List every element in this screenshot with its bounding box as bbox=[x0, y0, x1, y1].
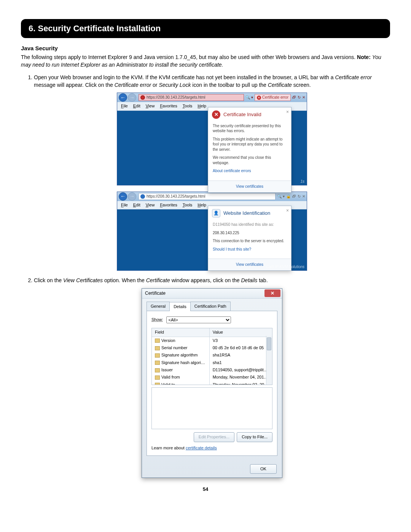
tabs-icon[interactable]: 🗗 bbox=[292, 95, 296, 100]
menu-tools[interactable]: Tools bbox=[183, 103, 193, 109]
step2-text-e: window appears, click on the bbox=[172, 277, 241, 283]
tabs-icon-2[interactable]: 🗗 bbox=[292, 194, 296, 199]
cert-buttons: Edit Properties... Copy to File... bbox=[151, 432, 272, 442]
close-icon-2[interactable]: ✕ bbox=[302, 194, 305, 199]
menu-file[interactable]: File bbox=[121, 103, 128, 109]
table-row[interactable]: Valid fromMonday, November 04, 2013 ... bbox=[152, 374, 272, 381]
show-select[interactable]: <All> bbox=[166, 316, 231, 323]
cert-invalid-flyout: × ✕ Certificate Invalid The security cer… bbox=[208, 107, 292, 193]
ok-button[interactable]: OK bbox=[250, 464, 277, 474]
table-row[interactable]: Serial number00 d5 2e 6d e0 18 d6 de 05 bbox=[152, 344, 272, 351]
flyout-p3-2: This connection to the server is encrypt… bbox=[213, 238, 287, 244]
note-body-2: to install the security certificate. bbox=[149, 62, 223, 68]
intro-paragraph: The following steps apply to Internet Ex… bbox=[21, 54, 390, 69]
menu-view[interactable]: View bbox=[146, 103, 155, 109]
show-row: Show: <All> bbox=[151, 316, 272, 323]
table-row[interactable]: Valid toThursday, November 02, 2023... bbox=[152, 381, 272, 385]
certificate-details-link[interactable]: certificate details bbox=[186, 446, 217, 450]
view-certificates-link[interactable]: View certificates bbox=[208, 181, 291, 192]
step1-text-g: icon in the toolbar to pull up the bbox=[192, 82, 268, 88]
about-cert-errors-link[interactable]: About certificate errors bbox=[213, 168, 287, 174]
flyout-header: ✕ Certificate Invalid bbox=[208, 107, 291, 122]
forward-button[interactable]: → bbox=[128, 93, 136, 102]
section-header: 6. Security Certificate Installation bbox=[21, 19, 390, 38]
back-button[interactable]: ← bbox=[119, 93, 127, 102]
flyout-header-2: 👤 Website Identification bbox=[208, 206, 291, 220]
menu-help-2[interactable]: Help bbox=[198, 202, 206, 208]
cert-detail-box bbox=[151, 387, 272, 429]
learn-more-prefix: Learn more about bbox=[151, 446, 186, 450]
table-row[interactable]: Signature hash algorithmsha1 bbox=[152, 359, 272, 366]
back-button-2[interactable]: ← bbox=[119, 192, 127, 201]
shield-x-icon: ✕ bbox=[212, 110, 220, 119]
ie-favicon-icon bbox=[140, 194, 145, 199]
menu-file-2[interactable]: File bbox=[121, 202, 128, 208]
col-field: Field bbox=[152, 328, 210, 336]
tab-details[interactable]: Details bbox=[169, 302, 191, 311]
menu-favorites[interactable]: Favorites bbox=[160, 103, 177, 109]
col-value: Value bbox=[210, 328, 272, 336]
forward-button-2[interactable]: → bbox=[128, 192, 136, 201]
site-id-suffix: has identified this site as: bbox=[230, 222, 274, 227]
refresh-icon[interactable]: ↻ bbox=[298, 95, 301, 100]
cert-error-label: Certificate error bbox=[262, 95, 288, 100]
field-icon bbox=[155, 346, 160, 350]
edit-properties-button[interactable]: Edit Properties... bbox=[194, 432, 234, 442]
flyout-p2: This problem might indicate an attempt t… bbox=[213, 137, 287, 152]
cert-field-list: Field Value VersionV3Serial number00 d5 … bbox=[151, 328, 272, 385]
step1-text-a: Open your Web browser and login to the K… bbox=[34, 74, 335, 80]
certificate-error-button[interactable]: ✕ Certificate error bbox=[255, 94, 291, 101]
menu-help[interactable]: Help bbox=[198, 103, 206, 109]
field-icon bbox=[155, 368, 160, 372]
close-icon[interactable]: ✕ bbox=[302, 95, 305, 100]
url-bar-error[interactable]: https://208.30.143.225/targets.html bbox=[139, 94, 244, 101]
intro-text: The following steps apply to Internet Ex… bbox=[21, 54, 357, 60]
step-1: Open your Web browser and login to the K… bbox=[34, 74, 390, 271]
menu-view-2[interactable]: View bbox=[146, 202, 155, 208]
tab-cert-path[interactable]: Certification Path bbox=[190, 302, 231, 311]
flyout-close-icon-2[interactable]: × bbox=[286, 208, 289, 214]
flyout-p1: The security certificate presented by th… bbox=[213, 123, 287, 134]
menu-edit-2[interactable]: Edit bbox=[133, 202, 140, 208]
table-row[interactable]: IssuerD1194050, support@tripplite.... bbox=[152, 366, 272, 374]
step1-text-e: or bbox=[153, 82, 159, 88]
corner-text-2: Cat5 IP KVM Solutions bbox=[266, 264, 304, 270]
field-icon bbox=[155, 375, 160, 380]
field-list-header: Field Value bbox=[152, 328, 272, 337]
table-row[interactable]: VersionV3 bbox=[152, 337, 272, 344]
copy-to-file-button[interactable]: Copy to File... bbox=[237, 432, 272, 442]
step2-em-b: View Certificates bbox=[63, 277, 103, 283]
field-list-rows[interactable]: VersionV3Serial number00 d5 2e 6d e0 18 … bbox=[152, 337, 272, 385]
dialog-close-button[interactable]: ✕ bbox=[264, 289, 280, 297]
step2-text-c: option. When the bbox=[104, 277, 146, 283]
step-2: Click on the View Certificates option. W… bbox=[34, 277, 390, 478]
scrollbar-thumb[interactable] bbox=[267, 337, 271, 350]
corner-text-1: 1s bbox=[300, 179, 304, 184]
lock-icon[interactable]: 🔒 bbox=[286, 194, 291, 199]
refresh-icon-2[interactable]: ↻ bbox=[298, 194, 301, 199]
flyout-body: The security certificate presented by th… bbox=[208, 122, 291, 181]
site-id-name: D1194050 bbox=[213, 222, 230, 227]
search-icon[interactable]: 🔍 ▾ bbox=[245, 95, 253, 100]
trust-site-link[interactable]: Should I trust this site? bbox=[213, 247, 287, 252]
ie-address-bar: ← → https://208.30.143.225/targets.html … bbox=[117, 93, 307, 102]
page-number: 54 bbox=[21, 486, 390, 492]
url-text-2: https://208.30.143.225/targets.html bbox=[147, 194, 206, 199]
step1-em-h: Certificate bbox=[268, 82, 292, 88]
url-bar-safe[interactable]: https://208.30.143.225/targets.html bbox=[139, 193, 276, 200]
cert-tabs: General Details Certification Path bbox=[147, 302, 277, 311]
shield-error-icon bbox=[140, 95, 145, 100]
menu-tools-2[interactable]: Tools bbox=[183, 202, 193, 208]
ok-row: OK bbox=[142, 460, 282, 478]
id-card-icon: 👤 bbox=[212, 209, 220, 217]
menu-favorites-2[interactable]: Favorites bbox=[160, 202, 177, 208]
field-icon bbox=[155, 361, 160, 365]
table-row[interactable]: Signature algorithmsha1RSA bbox=[152, 351, 272, 359]
search-icon-2[interactable]: 🔍 ▾ bbox=[277, 194, 285, 199]
ie-window-website-id: ← → https://208.30.143.225/targets.html … bbox=[117, 192, 307, 271]
learn-more: Learn more about certificate details bbox=[151, 445, 272, 451]
flyout-close-icon[interactable]: × bbox=[286, 109, 289, 115]
step1-text-c: message will appear. Click on the bbox=[34, 82, 115, 88]
menu-edit[interactable]: Edit bbox=[133, 103, 140, 109]
tab-general[interactable]: General bbox=[147, 302, 170, 311]
